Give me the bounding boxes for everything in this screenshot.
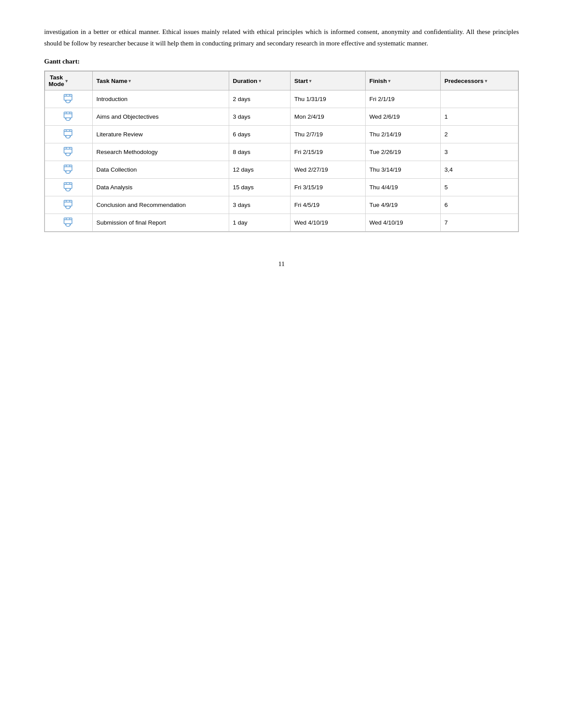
col-task-mode-arrow[interactable]: ▾ bbox=[65, 79, 68, 83]
col-header-finish[interactable]: Finish ▾ bbox=[366, 71, 441, 90]
task-mode-icon bbox=[63, 199, 75, 209]
table-row: Aims and Objectectives3 daysMon 2/4/19We… bbox=[45, 108, 518, 126]
task-name-cell: Research Methodology bbox=[93, 143, 229, 161]
duration-cell: 15 days bbox=[229, 179, 291, 196]
task-name-cell: Data Collection bbox=[93, 161, 229, 179]
predecessors-cell: 7 bbox=[441, 214, 518, 232]
svg-marker-40 bbox=[65, 206, 67, 208]
duration-cell: 3 days bbox=[229, 196, 291, 214]
predecessors-cell: 3 bbox=[441, 143, 518, 161]
task-mode-icon bbox=[63, 217, 75, 227]
table-row: Literature Review6 daysThu 2/7/19Thu 2/1… bbox=[45, 126, 518, 143]
task-name-cell: Submission of final Report bbox=[93, 214, 229, 232]
svg-marker-46 bbox=[65, 224, 67, 225]
gantt-table-wrapper: TaskMode ▾ Task Name ▾ Duration ▾ bbox=[44, 71, 519, 232]
finish-cell: Tue 2/26/19 bbox=[366, 143, 441, 161]
svg-rect-0 bbox=[64, 94, 72, 100]
col-header-task-mode[interactable]: TaskMode ▾ bbox=[45, 71, 93, 90]
table-row: Research Methodology8 daysFri 2/15/19Tue… bbox=[45, 143, 518, 161]
col-task-name-label: Task Name bbox=[96, 78, 127, 84]
finish-cell: Thu 2/14/19 bbox=[366, 126, 441, 143]
start-cell: Wed 4/10/19 bbox=[291, 214, 366, 232]
task-name-cell: Literature Review bbox=[93, 126, 229, 143]
table-header-row: TaskMode ▾ Task Name ▾ Duration ▾ bbox=[45, 71, 518, 90]
task-mode-cell bbox=[45, 179, 93, 196]
task-name-cell: Data Analysis bbox=[93, 179, 229, 196]
finish-cell: Wed 2/6/19 bbox=[366, 108, 441, 126]
svg-rect-42 bbox=[64, 218, 72, 224]
gantt-chart-heading: Gantt chart: bbox=[44, 58, 519, 65]
col-header-start[interactable]: Start ▾ bbox=[291, 71, 366, 90]
finish-cell: Fri 2/1/19 bbox=[366, 90, 441, 108]
finish-cell: Thu 4/4/19 bbox=[366, 179, 441, 196]
task-mode-icon bbox=[63, 129, 75, 139]
body-paragraph: investigation in a better or ethical man… bbox=[44, 26, 519, 49]
task-mode-cell bbox=[45, 126, 93, 143]
gantt-table: TaskMode ▾ Task Name ▾ Duration ▾ bbox=[45, 71, 518, 232]
page-number: 11 bbox=[44, 260, 519, 268]
predecessors-cell bbox=[441, 90, 518, 108]
col-task-name-arrow[interactable]: ▾ bbox=[128, 79, 131, 83]
finish-cell: Tue 4/9/19 bbox=[366, 196, 441, 214]
duration-cell: 1 day bbox=[229, 214, 291, 232]
start-cell: Fri 4/5/19 bbox=[291, 196, 366, 214]
table-row: Conclusion and Recommendation3 daysFri 4… bbox=[45, 196, 518, 214]
predecessors-cell: 1 bbox=[441, 108, 518, 126]
task-name-cell: Introduction bbox=[93, 90, 229, 108]
svg-marker-34 bbox=[65, 189, 67, 190]
task-mode-cell bbox=[45, 196, 93, 214]
predecessors-cell: 2 bbox=[441, 126, 518, 143]
predecessors-cell: 3,4 bbox=[441, 161, 518, 179]
task-mode-cell bbox=[45, 143, 93, 161]
finish-cell: Wed 4/10/19 bbox=[366, 214, 441, 232]
start-cell: Mon 2/4/19 bbox=[291, 108, 366, 126]
svg-marker-4 bbox=[65, 101, 67, 102]
task-mode-icon bbox=[63, 164, 75, 174]
col-predecessors-arrow[interactable]: ▾ bbox=[485, 79, 487, 83]
predecessors-cell: 5 bbox=[441, 179, 518, 196]
duration-cell: 6 days bbox=[229, 126, 291, 143]
task-mode-icon bbox=[63, 182, 75, 191]
col-start-label: Start bbox=[294, 78, 308, 84]
table-row: Submission of final Report1 dayWed 4/10/… bbox=[45, 214, 518, 232]
col-header-task-name[interactable]: Task Name ▾ bbox=[93, 71, 229, 90]
duration-cell: 2 days bbox=[229, 90, 291, 108]
table-row: Data Analysis15 daysFri 3/15/19Thu 4/4/1… bbox=[45, 179, 518, 196]
svg-marker-10 bbox=[65, 118, 67, 120]
col-start-arrow[interactable]: ▾ bbox=[309, 79, 311, 83]
svg-marker-16 bbox=[65, 136, 67, 137]
svg-rect-18 bbox=[64, 147, 72, 153]
start-cell: Fri 2/15/19 bbox=[291, 143, 366, 161]
svg-rect-12 bbox=[64, 130, 72, 135]
task-mode-cell bbox=[45, 161, 93, 179]
svg-marker-22 bbox=[65, 154, 67, 155]
col-header-predecessors[interactable]: Predecessors ▾ bbox=[441, 71, 518, 90]
col-finish-label: Finish bbox=[369, 78, 387, 84]
predecessors-cell: 6 bbox=[441, 196, 518, 214]
duration-cell: 8 days bbox=[229, 143, 291, 161]
task-mode-cell bbox=[45, 90, 93, 108]
duration-cell: 3 days bbox=[229, 108, 291, 126]
col-finish-arrow[interactable]: ▾ bbox=[388, 79, 390, 83]
svg-rect-36 bbox=[64, 200, 72, 206]
svg-rect-24 bbox=[64, 165, 72, 171]
task-name-cell: Aims and Objectectives bbox=[93, 108, 229, 126]
col-header-duration[interactable]: Duration ▾ bbox=[229, 71, 291, 90]
svg-marker-28 bbox=[65, 171, 67, 173]
start-cell: Thu 2/7/19 bbox=[291, 126, 366, 143]
task-name-cell: Conclusion and Recommendation bbox=[93, 196, 229, 214]
col-duration-label: Duration bbox=[233, 78, 257, 84]
table-row: Data Collection12 daysWed 2/27/19Thu 3/1… bbox=[45, 161, 518, 179]
task-mode-cell bbox=[45, 214, 93, 232]
col-task-mode-label: TaskMode bbox=[49, 74, 64, 87]
task-mode-icon bbox=[63, 111, 75, 121]
finish-cell: Thu 3/14/19 bbox=[366, 161, 441, 179]
task-mode-icon bbox=[63, 146, 75, 156]
table-row: Introduction2 daysThu 1/31/19Fri 2/1/19 bbox=[45, 90, 518, 108]
start-cell: Wed 2/27/19 bbox=[291, 161, 366, 179]
task-mode-icon bbox=[63, 94, 75, 103]
start-cell: Fri 3/15/19 bbox=[291, 179, 366, 196]
svg-rect-6 bbox=[64, 112, 72, 118]
svg-rect-30 bbox=[64, 183, 72, 188]
col-duration-arrow[interactable]: ▾ bbox=[259, 79, 261, 83]
